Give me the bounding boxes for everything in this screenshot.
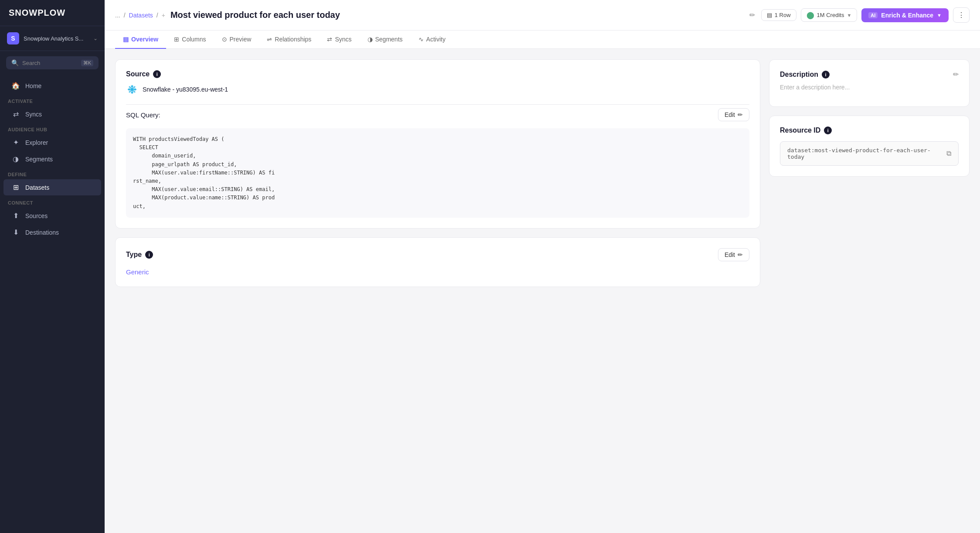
sql-edit-label: Edit bbox=[725, 111, 735, 118]
sql-code-block[interactable]: WITH productsViewedToday AS ( SELECT dom… bbox=[126, 128, 749, 218]
segments-tab-icon: ◑ bbox=[368, 36, 373, 43]
description-header: Description i ✏ bbox=[780, 70, 959, 79]
sidebar-item-syncs[interactable]: ⇄ Syncs bbox=[3, 106, 101, 122]
breadcrumb-add-icon[interactable]: + bbox=[162, 12, 165, 19]
credits-badge[interactable]: ⬤ 1M Credits ▼ bbox=[801, 8, 858, 22]
syncs-icon: ⇄ bbox=[11, 110, 20, 118]
type-edit-button[interactable]: Edit ✏ bbox=[718, 248, 749, 261]
activate-label: Activate bbox=[0, 94, 105, 106]
tab-preview[interactable]: ⊙ Preview bbox=[214, 31, 259, 49]
breadcrumb-ellipsis: ... bbox=[115, 12, 120, 19]
syncs-tab-icon: ⇄ bbox=[327, 36, 332, 43]
type-card-header: Type i Edit ✏ bbox=[126, 248, 749, 261]
tab-columns[interactable]: ⊞ Columns bbox=[166, 31, 214, 49]
ai-badge: AI bbox=[868, 12, 878, 18]
audience-hub-label: Audience Hub bbox=[0, 123, 105, 134]
sidebar-item-syncs-label: Syncs bbox=[25, 111, 42, 118]
org-switcher[interactable]: S Snowplow Analytics S... ⌄ bbox=[0, 26, 105, 51]
description-edit-icon[interactable]: ✏ bbox=[953, 70, 959, 79]
tab-syncs[interactable]: ⇄ Syncs bbox=[319, 31, 359, 49]
description-info-icon: i bbox=[822, 71, 830, 79]
tab-overview[interactable]: ▤ Overview bbox=[115, 31, 166, 49]
source-title-text: Source bbox=[126, 70, 150, 78]
columns-tab-icon: ⊞ bbox=[174, 36, 179, 43]
tab-overview-label: Overview bbox=[131, 36, 158, 43]
credits-text: 1M Credits bbox=[817, 12, 844, 18]
copy-resource-id-icon[interactable]: ⧉ bbox=[946, 150, 951, 157]
type-title-text: Type bbox=[126, 251, 142, 259]
home-icon: 🏠 bbox=[11, 82, 20, 90]
tab-relationships[interactable]: ⇌ Relationships bbox=[259, 31, 319, 49]
enrich-enhance-button[interactable]: AI Enrich & Enhance ▼ bbox=[861, 8, 949, 22]
page-header: ... / Datasets / + Most viewed product f… bbox=[105, 0, 980, 31]
enrich-chevron-icon: ▼ bbox=[937, 13, 942, 18]
preview-tab-icon: ⊙ bbox=[222, 36, 227, 43]
type-edit-pencil-icon: ✏ bbox=[738, 251, 743, 258]
search-bar[interactable]: 🔍 Search ⌘K bbox=[6, 56, 99, 69]
sidebar-item-home-label: Home bbox=[25, 82, 41, 89]
activity-tab-icon: ∿ bbox=[419, 36, 424, 43]
org-icon: S bbox=[7, 32, 19, 44]
sql-code: WITH productsViewedToday AS ( SELECT dom… bbox=[133, 135, 742, 211]
sidebar-item-destinations-label: Destinations bbox=[25, 229, 59, 236]
sidebar-item-segments[interactable]: ◑ Segments bbox=[3, 151, 101, 167]
header-actions: ✏ ▤ 1 Row ⬤ 1M Credits ▼ AI Enrich & Enh… bbox=[748, 7, 970, 23]
search-placeholder: Search bbox=[22, 60, 78, 66]
description-title-text: Description bbox=[780, 71, 818, 79]
define-label: Define bbox=[0, 167, 105, 179]
destinations-icon: ⬇ bbox=[11, 228, 20, 236]
source-divider bbox=[126, 104, 749, 105]
credits-icon: ⬤ bbox=[806, 11, 814, 19]
tab-preview-label: Preview bbox=[230, 36, 252, 43]
sql-edit-button[interactable]: Edit ✏ bbox=[718, 108, 749, 121]
enrich-label: Enrich & Enhance bbox=[881, 12, 933, 19]
tab-columns-label: Columns bbox=[182, 36, 206, 43]
connect-label: Connect bbox=[0, 196, 105, 207]
sidebar-nav: 🏠 Home Activate ⇄ Syncs Audience Hub ✦ E… bbox=[0, 75, 105, 533]
edit-title-icon[interactable]: ✏ bbox=[748, 9, 757, 21]
explorer-icon: ✦ bbox=[11, 138, 20, 147]
type-value[interactable]: Generic bbox=[126, 268, 149, 276]
sidebar-item-datasets[interactable]: ⊞ Datasets bbox=[3, 179, 101, 195]
tab-segments[interactable]: ◑ Segments bbox=[360, 31, 411, 49]
resource-id-card: Resource ID i dataset:most-viewed-produc… bbox=[769, 116, 970, 177]
description-card: Description i ✏ Enter a description here… bbox=[769, 59, 970, 107]
resource-id-title-text: Resource ID bbox=[780, 126, 820, 134]
org-chevron-icon: ⌄ bbox=[93, 35, 98, 41]
source-card: Source i Snowflake - yu83095.eu-west-1 bbox=[115, 59, 760, 229]
overview-tab-icon: ▤ bbox=[123, 36, 129, 43]
datasets-icon: ⊞ bbox=[11, 183, 20, 191]
sql-header: SQL Query: Edit ✏ bbox=[126, 108, 749, 121]
sidebar-item-explorer[interactable]: ✦ Explorer bbox=[3, 134, 101, 150]
tab-activity-label: Activity bbox=[426, 36, 446, 43]
search-shortcut: ⌘K bbox=[81, 60, 93, 66]
breadcrumb: ... / Datasets / + bbox=[115, 12, 165, 19]
source-title: Source i bbox=[126, 70, 749, 78]
type-info-icon: i bbox=[145, 251, 153, 259]
segments-icon: ◑ bbox=[11, 155, 20, 163]
left-column: Source i Snowflake - yu83095.eu-west-1 bbox=[115, 59, 760, 287]
breadcrumb-datasets-link[interactable]: Datasets bbox=[129, 12, 153, 19]
sidebar-item-destinations[interactable]: ⬇ Destinations bbox=[3, 224, 101, 240]
sidebar-item-home[interactable]: 🏠 Home bbox=[3, 78, 101, 94]
sql-label: SQL Query: bbox=[126, 111, 160, 119]
tab-syncs-label: Syncs bbox=[335, 36, 351, 43]
sql-edit-pencil-icon: ✏ bbox=[738, 111, 743, 118]
source-row: Snowflake - yu83095.eu-west-1 bbox=[126, 78, 749, 101]
main-content: ... / Datasets / + Most viewed product f… bbox=[105, 0, 980, 533]
more-options-button[interactable]: ⋮ bbox=[953, 7, 970, 23]
sidebar: SNOWPLOW S Snowplow Analytics S... ⌄ 🔍 S… bbox=[0, 0, 105, 533]
tab-bar: ▤ Overview ⊞ Columns ⊙ Preview ⇌ Relatio… bbox=[105, 31, 980, 49]
logo: SNOWPLOW bbox=[0, 0, 105, 26]
row-count-badge: ▤ 1 Row bbox=[761, 9, 796, 21]
tab-relationships-label: Relationships bbox=[275, 36, 311, 43]
tab-activity[interactable]: ∿ Activity bbox=[411, 31, 453, 49]
sidebar-item-sources[interactable]: ⬆ Sources bbox=[3, 208, 101, 224]
source-info-icon: i bbox=[153, 70, 161, 78]
right-column: Description i ✏ Enter a description here… bbox=[769, 59, 970, 287]
search-icon: 🔍 bbox=[11, 59, 19, 66]
resource-id-value: dataset:most-viewed-product-for-each-use… bbox=[787, 147, 946, 160]
description-placeholder[interactable]: Enter a description here... bbox=[780, 79, 959, 96]
type-title: Type i bbox=[126, 251, 153, 259]
tab-segments-label: Segments bbox=[375, 36, 403, 43]
